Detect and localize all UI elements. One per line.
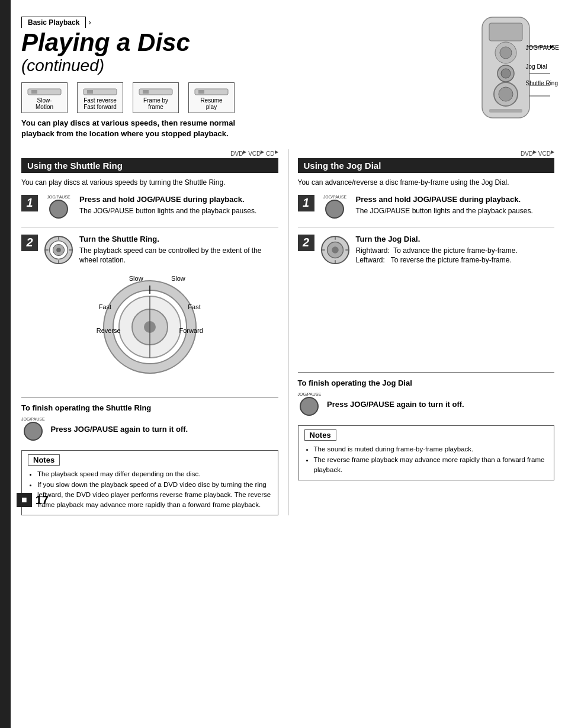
jog-notes: Notes The sound is muted during frame-by… (298, 425, 555, 480)
fast-forward-label: Fast forward (82, 104, 118, 110)
jog-step1-desc: The JOG/PAUSE button lights and the play… (356, 206, 555, 216)
resume-play-btn: Resume play (188, 82, 235, 113)
shuttle-step1: 1 JOG/PAUSE Press and hold JOG/PAUSE dur… (21, 195, 278, 219)
svg-point-25 (56, 248, 61, 252)
jog-step2-num: 2 (298, 235, 314, 251)
jog-dial-icon (320, 235, 350, 265)
resume-play-label2: play (194, 104, 229, 110)
fast-reverse-label: Fast reverse (82, 97, 118, 104)
jog-note-2: The reverse frame playback may advance m… (314, 455, 548, 476)
jog-step2-title: Turn the Jog Dial. (356, 235, 555, 243)
remote-illustration: JOG/PAUSE Jog Dial Shuttle Ring (464, 14, 559, 134)
shuttle-finish-jogpause-label: JOG/PAUSE (21, 417, 45, 421)
jog-step2-desc: Rightward: To advance the picture frame-… (356, 246, 555, 266)
breadcrumb: Basic Playback (21, 17, 86, 28)
shuttle-note-1: The playback speed may differ depending … (37, 469, 272, 479)
jog-notes-list: The sound is muted during frame-by-frame… (304, 444, 548, 475)
shuttle-jogpause-label: JOG/PAUSE (47, 195, 70, 199)
jog-dial-header: Using the Jog Dial (298, 158, 555, 173)
shuttle-jog-pause-circle (49, 200, 68, 219)
shuttle-step2-desc: The playback speed can be controlled by … (79, 246, 278, 266)
jog-dial-desc: You can advance/reverse a disc frame-by-… (298, 178, 555, 188)
shuttle-note-2: If you slow down the playback speed of a… (37, 480, 272, 511)
svg-rect-1 (489, 23, 522, 41)
shuttle-notes-header: Notes (28, 454, 60, 466)
diag-slow-right: Slow (171, 275, 185, 282)
shuttle-notes: Notes The playback speed may differ depe… (21, 450, 278, 515)
shuttle-step1-icon: JOG/PAUSE (44, 195, 73, 219)
svg-rect-17 (87, 90, 93, 94)
shuttle-step2: 2 Turn the Sh (21, 235, 278, 266)
shuttle-step2-icon (44, 235, 73, 265)
jog-finish-section: To finish operating the Jog Dial JOG/PAU… (298, 372, 555, 416)
fast-rev-fwd-btn: Fast reverse Fast forward (77, 82, 123, 113)
diag-fast-right: Fast (188, 303, 200, 310)
shuttle-step2-num: 2 (21, 235, 38, 251)
jog-finish-title: To finish operating the Jog Dial (298, 379, 555, 387)
svg-point-7 (499, 87, 513, 101)
shuttle-ring-header: Using the Shuttle Ring (21, 158, 278, 173)
jog-step2-content: Turn the Jog Dial. Rightward: To advance… (356, 235, 555, 266)
jog-notes-header: Notes (304, 429, 336, 441)
shuttle-step1-desc: The JOG/PAUSE button lights and the play… (79, 206, 278, 216)
svg-rect-21 (198, 90, 204, 94)
shuttle-notes-list: The playback speed may differ depending … (28, 469, 272, 510)
remote-label-jogdial: Jog Dial (526, 62, 560, 72)
shuttle-step1-content: Press and hold JOG/PAUSE during playback… (79, 195, 278, 216)
jog-step1-title: Press and hold JOG/PAUSE during playback… (356, 195, 555, 204)
svg-point-5 (501, 69, 511, 78)
svg-rect-8 (489, 109, 522, 113)
shuttle-finish-row: JOG/PAUSE Press JOG/PAUSE again to turn … (21, 417, 278, 441)
slow-motion-btn: Slow- Motion (21, 82, 68, 113)
page-number: 17 (36, 493, 49, 507)
left-bar (0, 0, 11, 728)
jog-step2-icon (320, 235, 350, 265)
jog-finish-icon: JOG/PAUSE (298, 392, 322, 416)
diag-reverse: Reverse (97, 327, 121, 334)
jog-step2: 2 Turn the Jog Dial. (298, 235, 555, 266)
jog-finish-jogpause-label: JOG/PAUSE (298, 392, 322, 396)
shuttle-finish-title: To finish operating the Shuttle Ring (21, 403, 278, 412)
jog-dial-section: DVD▶ VCD▶ Using the Jog Dial You can adv… (288, 149, 555, 516)
shuttle-ring-desc: You can play discs at various speeds by … (21, 178, 278, 188)
jog-step1-icon: JOG/PAUSE (320, 195, 350, 219)
jog-disc-badges: DVD▶ VCD▶ (298, 149, 555, 158)
page-number-area: ■ 17 (17, 493, 49, 507)
shuttle-finish-circle (24, 422, 43, 441)
jog-finish-circle (300, 397, 319, 416)
shuttle-step1-num: 1 (21, 195, 38, 211)
jog-step1: 1 JOG/PAUSE Press and hold JOG/PAUSE dur… (298, 195, 555, 219)
jog-leftward-desc: To reverse the picture frame-by-frame. (391, 256, 512, 264)
jog-step1-content: Press and hold JOG/PAUSE during playback… (356, 195, 555, 216)
remote-label-shuttlering: Shuttle Ring (526, 78, 560, 89)
shuttle-step2-title: Turn the Shuttle Ring. (79, 235, 278, 243)
jog-note-1: The sound is muted during frame-by-frame… (314, 444, 548, 454)
frame-by-frame-btn: Frame by frame (133, 82, 179, 113)
shuttle-step2-content: Turn the Shuttle Ring. The playback spee… (79, 235, 278, 266)
shuttle-finish-text: Press JOG/PAUSE again to turn it off. (51, 425, 188, 434)
shuttle-step1-title: Press and hold JOG/PAUSE during playback… (79, 195, 278, 204)
jog-rightward-desc: To advance the picture frame-by-frame. (393, 246, 517, 255)
jog-dial-title: Using the Jog Dial (304, 161, 381, 171)
frame-by-frame-label: Frame by (138, 97, 174, 104)
svg-point-3 (500, 47, 512, 59)
diag-forward: Forward (179, 327, 203, 334)
jog-leftward-label: Leftward: (356, 256, 385, 264)
shuttle-ring-section: DVD▶ VCD▶ CD▶ Using the Shuttle Ring You… (21, 149, 288, 516)
shuttle-finish-section: To finish operating the Shuttle Ring JOG… (21, 397, 278, 441)
svg-point-39 (332, 246, 339, 254)
resume-play-label: Resume (194, 97, 229, 104)
jog-jogpause-label: JOG/PAUSE (323, 195, 347, 199)
shuttle-divider1 (21, 227, 278, 227)
shuttle-ring-icon (44, 235, 73, 265)
slow-motion-label2: Motion (27, 104, 62, 110)
page-num-box: ■ (17, 493, 32, 507)
diag-fast-left: Fast (99, 303, 111, 310)
intro-text: You can play discs at various speeds, th… (21, 118, 270, 139)
frame-label2: frame (138, 104, 174, 110)
breadcrumb-arrow: › (88, 18, 91, 27)
jog-divider1 (298, 227, 555, 227)
jog-jog-pause-circle (325, 200, 344, 219)
shuttle-diagram: Slow Slow Fast Fast Reverse Forward (97, 274, 203, 380)
shuttle-ring-title: Using the Shuttle Ring (27, 161, 123, 171)
